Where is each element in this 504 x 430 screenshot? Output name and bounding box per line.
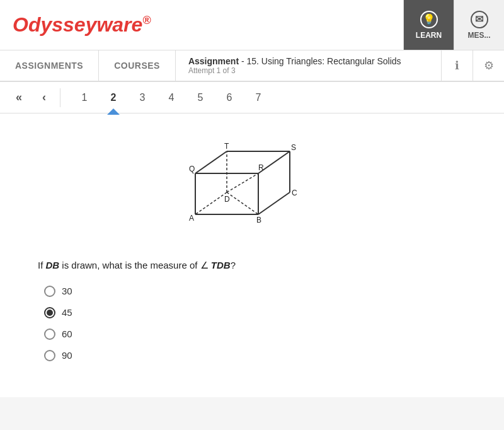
svg-text:C: C [292,189,297,197]
answer-label-45: 45 [62,307,72,318]
assignment-info: Assignment - 15. Using Triangles: Rectan… [176,56,441,75]
attempt-label: Attempt 1 of 3 [188,66,428,75]
svg-text:S: S [291,143,296,152]
radio-90[interactable] [44,350,55,361]
courses-breadcrumb[interactable]: COURSES [99,50,176,81]
svg-text:R: R [258,163,264,172]
assignment-desc: - 15. Using Triangles: Rectangular Solid… [241,56,401,66]
logo: Odysseyware® [0,13,164,37]
logo-text: Odysseyware [13,13,142,36]
svg-line-1 [227,192,258,214]
header: Odysseyware® 💡 LEARN ✉ MES... [0,0,504,50]
learn-label: LEARN [416,31,442,40]
answer-label-30: 30 [62,286,72,296]
assignments-breadcrumb[interactable]: ASSIGNMENTS [0,50,99,81]
diagram-container: A B C Q T S R D [38,139,466,240]
answer-label-90: 90 [62,350,72,361]
answer-option-90[interactable]: 90 [44,350,466,361]
settings-icon: ⚙ [484,59,494,73]
db-term: DB [46,260,60,270]
svg-text:A: A [189,214,194,223]
learn-nav-item[interactable]: 💡 LEARN [403,0,454,50]
page-4[interactable]: 4 [157,82,186,113]
page-7[interactable]: 7 [244,82,273,113]
tdb-term: TDB [209,260,231,270]
svg-line-5 [258,192,290,214]
radio-45-inner [47,310,53,316]
messages-label: MES... [467,31,490,40]
active-page-arrow [107,108,120,115]
messages-icon: ✉ [471,11,488,28]
svg-line-0 [195,192,227,214]
svg-line-2 [227,173,258,192]
assignment-title: Assignment - 15. Using Triangles: Rectan… [188,56,428,66]
breadcrumb-bar: ASSIGNMENTS COURSES Assignment - 15. Usi… [0,50,504,82]
learn-icon: 💡 [420,11,438,28]
info-button[interactable]: ℹ [441,50,472,81]
radio-45[interactable] [44,307,55,318]
header-nav: 💡 LEARN ✉ MES... [403,0,504,50]
answer-option-45[interactable]: 45 [44,307,466,318]
page-numbers: 1 2 3 4 5 6 7 [70,82,273,113]
page-divider [60,88,60,107]
main-content: A B C Q T S R D If DB is drawn, what is … [0,113,504,397]
svg-text:T: T [224,142,229,151]
radio-60[interactable] [44,328,55,340]
prev-page-button[interactable]: ‹ [32,85,57,110]
assignment-label: Assignment [188,56,239,66]
svg-text:Q: Q [189,165,195,173]
breadcrumb-actions: ℹ ⚙ [441,50,504,81]
svg-line-7 [195,151,227,173]
radio-30[interactable] [44,286,55,297]
settings-button[interactable]: ⚙ [472,50,504,81]
answer-option-30[interactable]: 30 [44,286,466,297]
logo-reg: ® [142,14,151,26]
messages-nav-item[interactable]: ✉ MES... [454,0,504,50]
page-2[interactable]: 2 [99,82,128,113]
first-page-button[interactable]: « [6,85,32,110]
pagination-bar: « ‹ 1 2 3 4 5 6 7 [0,82,504,113]
info-icon: ℹ [455,59,459,73]
svg-text:D: D [224,195,230,204]
page-1[interactable]: 1 [70,82,99,113]
3d-box-diagram: A B C Q T S R D [189,139,315,240]
page-6[interactable]: 6 [215,82,244,113]
svg-text:B: B [256,216,261,224]
angle-symbol: ∠ [200,259,209,273]
answer-option-60[interactable]: 60 [44,328,466,340]
question-text: If DB is drawn, what is the measure of ∠… [38,259,466,273]
answer-label-60: 60 [62,328,72,339]
page-3[interactable]: 3 [128,82,157,113]
page-5[interactable]: 5 [186,82,215,113]
answer-options: 30 45 60 90 [44,286,466,361]
